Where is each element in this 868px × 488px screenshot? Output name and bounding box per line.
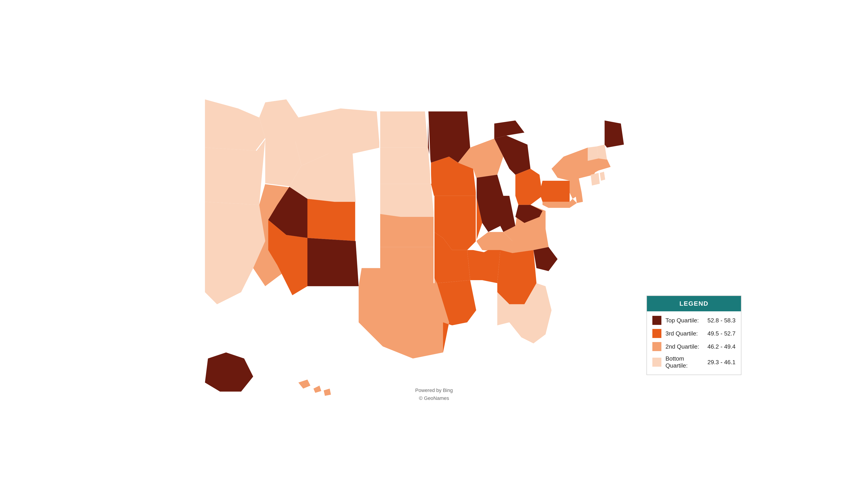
state-AK bbox=[205, 352, 253, 392]
map-container: LEGEND Top Quartile: 52.8 - 58.3 3rd Qua… bbox=[72, 41, 796, 447]
legend-range-bottom: 29.3 - 46.1 bbox=[708, 359, 736, 366]
legend-label-bottom: Bottom Quartile: bbox=[665, 355, 708, 369]
state-RI bbox=[600, 172, 605, 181]
map-wrapper: LEGEND Top Quartile: 52.8 - 58.3 3rd Qua… bbox=[118, 63, 750, 425]
legend-item-top: Top Quartile: 52.8 - 58.3 bbox=[652, 316, 736, 325]
state-ME bbox=[604, 121, 624, 148]
state-MI-upper bbox=[494, 121, 524, 138]
legend-swatch-third bbox=[652, 329, 661, 338]
legend-item-third: 3rd Quartile: 49.5 - 52.7 bbox=[652, 329, 736, 338]
state-CA bbox=[205, 202, 266, 304]
attribution-line2: © GeoNames bbox=[415, 394, 453, 402]
legend-label-top: Top Quartile: bbox=[665, 317, 708, 324]
state-WA bbox=[205, 99, 266, 151]
legend-item-bottom: Bottom Quartile: 29.3 - 46.1 bbox=[652, 355, 736, 369]
legend-range-top: 52.8 - 58.3 bbox=[708, 317, 736, 324]
state-OH bbox=[515, 169, 542, 205]
state-HI bbox=[298, 380, 331, 396]
legend: LEGEND Top Quartile: 52.8 - 58.3 3rd Qua… bbox=[647, 295, 741, 375]
attribution: Powered by Bing © GeoNames bbox=[415, 386, 453, 402]
legend-label-third: 3rd Quartile: bbox=[665, 330, 708, 337]
legend-swatch-bottom bbox=[652, 358, 661, 367]
legend-label-second: 2nd Quartile: bbox=[665, 343, 708, 350]
legend-range-second: 46.2 - 49.4 bbox=[708, 343, 736, 350]
state-CO bbox=[307, 199, 355, 241]
state-IN bbox=[500, 196, 515, 232]
legend-range-third: 49.5 - 52.7 bbox=[708, 330, 736, 337]
state-VT bbox=[588, 147, 598, 161]
state-ND bbox=[380, 111, 428, 148]
state-SD bbox=[380, 148, 431, 184]
state-SC bbox=[533, 247, 558, 271]
legend-swatch-top bbox=[652, 316, 661, 325]
state-CT bbox=[591, 173, 600, 186]
state-PA bbox=[539, 181, 569, 202]
state-KS bbox=[380, 214, 434, 247]
attribution-line1: Powered by Bing bbox=[415, 386, 453, 394]
state-NE bbox=[380, 184, 434, 217]
state-MN bbox=[428, 111, 470, 163]
state-AL bbox=[482, 250, 500, 283]
legend-body: Top Quartile: 52.8 - 58.3 3rd Quartile: … bbox=[647, 311, 741, 375]
state-NM bbox=[307, 238, 359, 286]
legend-header: LEGEND bbox=[647, 296, 741, 311]
legend-swatch-second bbox=[652, 342, 661, 351]
legend-item-second: 2nd Quartile: 46.2 - 49.4 bbox=[652, 342, 736, 351]
